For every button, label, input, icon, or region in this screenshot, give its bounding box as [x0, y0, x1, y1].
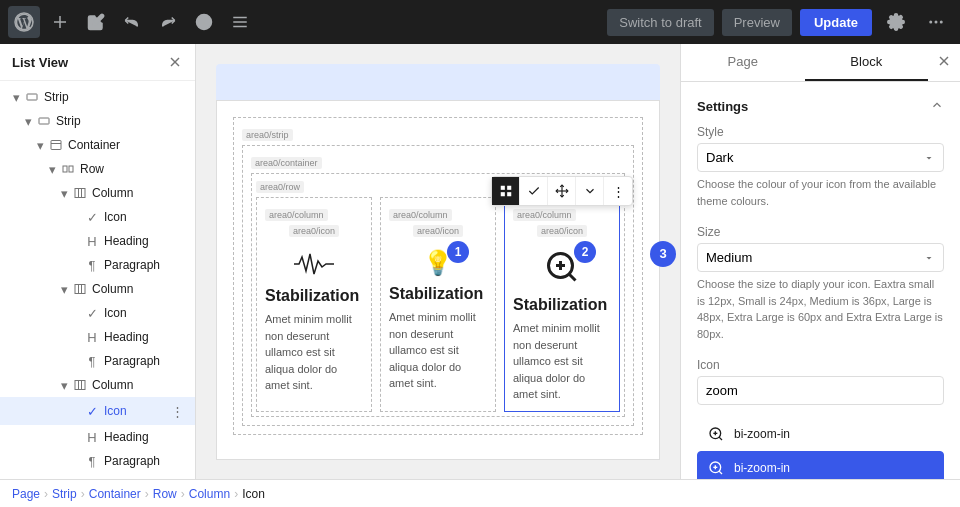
col1-label: Column: [92, 186, 187, 200]
sidebar-item-column1[interactable]: ▾ Column: [0, 181, 195, 205]
sidebar-item-row[interactable]: ▾ Row: [0, 157, 195, 181]
strip-block[interactable]: area0/strip area0/container area0/row ar…: [233, 117, 643, 435]
columns-row: area0/column area0/icon: [256, 197, 620, 412]
settings-section-header: Settings: [697, 98, 944, 115]
col3-para: Amet minim mollit non deserunt ullamco e…: [513, 320, 611, 403]
style-select[interactable]: Dark: [697, 143, 944, 172]
breadcrumb-container[interactable]: Container: [89, 487, 141, 501]
col1-heading: Stabilization: [265, 287, 363, 305]
badge-2: 2: [574, 241, 596, 263]
svg-point-11: [935, 21, 938, 24]
toolbar-grid-btn[interactable]: [492, 177, 520, 205]
icon2-label-tag: area0/icon: [413, 225, 463, 237]
panel-body: Settings Style Dark Choose the colour of…: [681, 82, 960, 479]
icon-result-2[interactable]: bi-zoom-in: [697, 451, 944, 479]
breadcrumb-strip[interactable]: Strip: [52, 487, 77, 501]
sidebar-item-para2[interactable]: ▾ ¶ Paragraph: [0, 349, 195, 373]
paragraph-icon: ¶: [84, 353, 100, 369]
size-field: Size Medium Choose the size to diaply yo…: [697, 225, 944, 342]
icon-result-1[interactable]: bi-zoom-in: [697, 417, 944, 451]
sidebar-item-container[interactable]: ▾ Container: [0, 133, 195, 157]
sidebar-item-heading3[interactable]: ▾ H Heading: [0, 425, 195, 449]
edit-button[interactable]: [80, 6, 112, 38]
container-block[interactable]: area0/container area0/row area0/column a…: [242, 145, 634, 426]
list-view-button[interactable]: [224, 6, 256, 38]
breadcrumb-sep-2: ›: [81, 487, 85, 501]
info-button[interactable]: [188, 6, 220, 38]
topbar: Switch to draft Preview Update: [0, 0, 960, 44]
column-block-2[interactable]: area0/column area0/icon 💡 1: [380, 197, 496, 412]
icon3-label: Icon: [104, 404, 167, 418]
toolbar-move-btn[interactable]: [548, 177, 576, 205]
sidebar-item-strip2[interactable]: ▾ Strip: [0, 109, 195, 133]
sidebar-item-para1[interactable]: ▾ ¶ Paragraph: [0, 253, 195, 277]
toggle-icon: ▾: [68, 233, 84, 249]
breadcrumb-column[interactable]: Column: [189, 487, 230, 501]
style-field: Style Dark Choose the colour of your ico…: [697, 125, 944, 209]
more-options-button[interactable]: [920, 6, 952, 38]
sidebar-close-button[interactable]: [167, 54, 183, 70]
toggle-icon: ▾: [56, 281, 72, 297]
sidebar-item-icon1[interactable]: ▾ ✓ Icon: [0, 205, 195, 229]
col2-icon-area: area0/icon: [389, 225, 487, 241]
col2-label-tag: area0/column: [389, 209, 452, 221]
paragraph-icon: ¶: [84, 257, 100, 273]
heading1-label: Heading: [104, 234, 187, 248]
sidebar-item-icon2[interactable]: ▾ ✓ Icon: [0, 301, 195, 325]
icon3-label-tag: area0/icon: [537, 225, 587, 237]
switch-to-draft-button[interactable]: Switch to draft: [607, 9, 713, 36]
breadcrumb-sep-5: ›: [234, 487, 238, 501]
settings-toggle-button[interactable]: [930, 98, 944, 115]
column-icon: [72, 281, 88, 297]
breadcrumb-row[interactable]: Row: [153, 487, 177, 501]
breadcrumb-page[interactable]: Page: [12, 487, 40, 501]
icon-search-input[interactable]: [697, 376, 944, 405]
toolbar-check-btn[interactable]: [520, 177, 548, 205]
sidebar-item-heading2[interactable]: ▾ H Heading: [0, 325, 195, 349]
breadcrumb-sep-4: ›: [181, 487, 185, 501]
toggle-icon: ▾: [68, 305, 84, 321]
toggle-icon: ▾: [68, 403, 84, 419]
redo-button[interactable]: [152, 6, 184, 38]
row-block[interactable]: area0/row area0/column area0/icon: [251, 173, 625, 417]
column-icon: [72, 377, 88, 393]
zoom-in-result-icon: [706, 424, 726, 444]
add-block-button[interactable]: [44, 6, 76, 38]
column-block-3[interactable]: ⋮ area0/column area0/icon: [504, 197, 620, 412]
size-select[interactable]: Medium: [697, 243, 944, 272]
icon-result-1-label: bi-zoom-in: [734, 427, 790, 441]
zoom-in-selected-icon: [706, 458, 726, 478]
settings-button[interactable]: [880, 6, 912, 38]
icon1-label-tag: area0/icon: [289, 225, 339, 237]
para3-label: Paragraph: [104, 454, 187, 468]
sidebar-item-column3[interactable]: ▾ Column: [0, 373, 195, 397]
toolbar-more-btn[interactable]: ⋮: [604, 177, 632, 205]
sidebar-item-column2[interactable]: ▾ Column: [0, 277, 195, 301]
sidebar-item-icon3[interactable]: ▾ ✓ Icon ⋮: [0, 397, 195, 425]
sidebar-item-para3[interactable]: ▾ ¶ Paragraph: [0, 449, 195, 473]
col3-top: ⋮ area0/column: [513, 206, 611, 225]
panel-close-button[interactable]: [928, 44, 960, 81]
svg-rect-33: [507, 192, 511, 196]
heading-icon: H: [84, 233, 100, 249]
size-label: Size: [697, 225, 944, 239]
wordpress-logo[interactable]: [8, 6, 40, 38]
preview-button[interactable]: Preview: [722, 9, 792, 36]
svg-rect-24: [75, 285, 85, 294]
tab-page[interactable]: Page: [681, 44, 805, 81]
tab-block[interactable]: Block: [805, 44, 929, 81]
icon-search-area: [697, 376, 944, 405]
icon-block-icon: ✓: [84, 305, 100, 321]
sidebar-item-heading1[interactable]: ▾ H Heading: [0, 229, 195, 253]
toolbar-down-btn[interactable]: [576, 177, 604, 205]
column-block-1[interactable]: area0/column area0/icon: [256, 197, 372, 412]
canvas-area[interactable]: area0/strip area0/container area0/row ar…: [196, 44, 680, 479]
icon-field: Icon bi-zoom-in bi-zoom-in: [697, 358, 944, 479]
badge-1: 1: [447, 241, 469, 263]
container-label: Container: [68, 138, 187, 152]
update-button[interactable]: Update: [800, 9, 872, 36]
undo-button[interactable]: [116, 6, 148, 38]
icon3-more-button[interactable]: ⋮: [167, 401, 187, 421]
column-icon: [72, 185, 88, 201]
sidebar-item-strip1[interactable]: ▾ Strip: [0, 85, 195, 109]
